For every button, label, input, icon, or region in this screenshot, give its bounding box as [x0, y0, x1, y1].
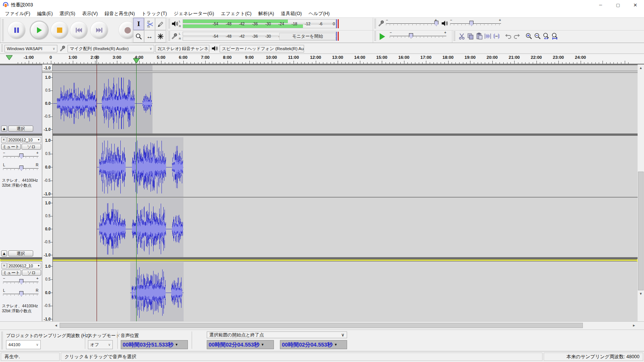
- minimize-button[interactable]: ─: [592, 0, 609, 10]
- track2-mute-button[interactable]: ミュート: [1, 144, 21, 150]
- stop-button[interactable]: [51, 21, 68, 39]
- horizontal-scrollbar[interactable]: ◄ ►: [0, 321, 644, 329]
- menu-item-2[interactable]: 選択(S): [56, 10, 79, 17]
- play-at-speed-button[interactable]: [378, 32, 387, 41]
- recording-volume-slider[interactable]: −+: [386, 20, 437, 28]
- menu-item-8[interactable]: 解析(A): [255, 10, 278, 17]
- timeshift-tool-button[interactable]: ↔: [144, 30, 155, 43]
- scroll-left-arrow[interactable]: ◄: [53, 322, 59, 328]
- menu-item-7[interactable]: エフェクト(C): [217, 10, 255, 17]
- timeline-label: 8:00: [223, 55, 232, 60]
- trim-audio-button[interactable]: [484, 31, 492, 41]
- scroll-up-arrow[interactable]: ▲: [638, 64, 644, 71]
- play-button[interactable]: [31, 21, 48, 39]
- skip-to-end-button[interactable]: [91, 21, 108, 39]
- playback-meter[interactable]: -54-48-42-36-30-24-18-12-60: [183, 19, 336, 29]
- scroll-down-arrow[interactable]: ▼: [638, 290, 644, 297]
- horizontal-scroll-thumb[interactable]: [60, 323, 583, 328]
- silence-audio-button[interactable]: [492, 31, 501, 41]
- track2-solo-button[interactable]: ソロ: [22, 144, 41, 150]
- track2-collapse-button[interactable]: ▲: [1, 250, 7, 256]
- timeline-label: 22:00: [531, 55, 542, 60]
- waveform-t2b[interactable]: [53, 198, 638, 257]
- vruler-label: 1.0: [45, 75, 51, 80]
- menu-item-5[interactable]: トラック(T): [138, 10, 170, 17]
- track4-gain-slider[interactable]: −+: [3, 278, 38, 286]
- selection-start-field[interactable]: 00時間02分04.553秒▼: [207, 340, 274, 349]
- waveform-t4[interactable]: [53, 262, 638, 321]
- track1-select-button[interactable]: 選択: [8, 126, 33, 132]
- track4-pan-slider[interactable]: LR: [3, 290, 38, 298]
- fit-project-button[interactable]: [550, 31, 559, 41]
- menu-item-10[interactable]: ヘルプ(H): [305, 10, 333, 17]
- cut-button[interactable]: [458, 31, 466, 41]
- selection-tool-button[interactable]: I: [133, 18, 144, 30]
- envelope-tool-button[interactable]: [144, 18, 155, 30]
- skip-to-start-button[interactable]: [70, 21, 88, 39]
- track2-close-button[interactable]: ×: [1, 137, 6, 143]
- vertical-scale-ruler[interactable]: -1.01.00.50.0-0.5-1.01.00.50.0-0.5-1.01.…: [42, 64, 53, 321]
- project-rate-combo[interactable]: 44100∨: [6, 340, 41, 349]
- track2-control-panel[interactable]: × 20200612_10▼ ミュート ソロ −+ LR ステレオ、44100H…: [0, 136, 42, 258]
- speaker-icon[interactable]: [171, 20, 178, 27]
- undo-button[interactable]: [504, 31, 512, 41]
- scroll-right-arrow[interactable]: ►: [631, 322, 637, 328]
- microphone-icon[interactable]: [171, 33, 178, 40]
- meter-scale-label: -48: [226, 34, 231, 38]
- playback-speed-slider[interactable]: −+: [390, 32, 446, 40]
- track4-name-menu[interactable]: 20200612_10▼: [8, 263, 41, 268]
- vertical-scroll-thumb[interactable]: [638, 172, 644, 290]
- pause-button[interactable]: [8, 21, 25, 39]
- playback-device-combo[interactable]: スピーカー / ヘッドフォン (Realtek(R) Audio)∨: [220, 45, 304, 52]
- selection-end-field[interactable]: 00時間02分04.553秒▼: [280, 340, 347, 349]
- menu-item-6[interactable]: ジェネレーター(G): [170, 10, 217, 17]
- menu-item-1[interactable]: 編集(E): [34, 10, 56, 17]
- track1-control-panel[interactable]: ▲ 選択: [0, 65, 42, 134]
- track2-pan-slider[interactable]: LR: [3, 164, 38, 173]
- zoom-tool-button[interactable]: [133, 30, 144, 43]
- track-separator[interactable]: [0, 133, 638, 136]
- monitor-tooltip[interactable]: モニターを開始: [279, 33, 336, 40]
- waveform-t2a[interactable]: [53, 137, 638, 197]
- zoom-out-button[interactable]: [533, 31, 541, 41]
- multi-tool-button[interactable]: [155, 30, 166, 43]
- fit-selection-button[interactable]: [542, 31, 550, 41]
- audio-position-field[interactable]: 00時間03分51.533秒▼: [121, 340, 188, 349]
- track-area[interactable]: ▲ 選択 × 20200612_10▼ ミュート ソロ −+ LR ステレオ、4…: [0, 64, 644, 321]
- menu-item-4[interactable]: 録音と再生(N): [101, 10, 138, 17]
- playback-volume-slider[interactable]: −+: [450, 20, 501, 28]
- menu-item-0[interactable]: ファイル(F): [2, 10, 34, 17]
- menu-item-3[interactable]: 表示(V): [78, 10, 101, 17]
- audio-host-combo[interactable]: Windows WASAPI∨: [5, 45, 57, 52]
- meter-scale-label: -30: [265, 21, 271, 26]
- recording-device-combo[interactable]: マイク配列 (Realtek(R) Audio)∨: [68, 45, 154, 52]
- play-at-speed-toolbar: −+: [373, 30, 452, 43]
- waveform-t1-remnant[interactable]: [53, 65, 638, 71]
- recording-channels-combo[interactable]: 2(ステレオ) 録音チャンネル∨: [155, 45, 209, 52]
- track2-select-button[interactable]: 選択: [8, 250, 33, 256]
- maximize-button[interactable]: ▢: [609, 0, 627, 10]
- meter-scale-label: -54: [213, 21, 218, 26]
- selection-range-mode-combo[interactable]: 選択範囲の開始点と終了点∨: [207, 331, 347, 338]
- timeline-ruler[interactable]: -1:0001:002:003:004:005:006:007:008:009:…: [0, 54, 644, 64]
- zoom-in-button[interactable]: [524, 31, 533, 41]
- vertical-scrollbar[interactable]: ▲ ▼: [638, 64, 644, 321]
- track1-collapse-button[interactable]: ▲: [1, 126, 7, 132]
- recording-meter[interactable]: -54-48-42-36-30-24-18-12-60 モニターを開始: [183, 31, 336, 41]
- close-button[interactable]: ✕: [627, 0, 644, 10]
- draw-tool-button[interactable]: [155, 18, 166, 30]
- track2-gain-slider[interactable]: −+: [3, 152, 38, 161]
- vruler-label: 1.0: [45, 264, 51, 268]
- track4-mute-button[interactable]: ミュート: [2, 270, 21, 276]
- snap-mode-combo[interactable]: オフ∨: [88, 340, 113, 349]
- track2-name-menu[interactable]: 20200612_10▼: [7, 137, 41, 143]
- track4-control-panel[interactable]: × 20200612_10▼ ミュート ソロ −+ LR ステレオ、44100H…: [0, 261, 42, 321]
- menu-item-9[interactable]: 道具箱(O): [277, 10, 305, 17]
- track4-solo-button[interactable]: ソロ: [22, 270, 41, 276]
- paste-button[interactable]: [475, 31, 483, 41]
- track4-close-button[interactable]: ×: [2, 263, 7, 268]
- pinned-play-head-icon[interactable]: [6, 55, 13, 60]
- copy-button[interactable]: [466, 31, 475, 41]
- redo-button[interactable]: [513, 31, 521, 41]
- waveform-t1[interactable]: [53, 73, 638, 133]
